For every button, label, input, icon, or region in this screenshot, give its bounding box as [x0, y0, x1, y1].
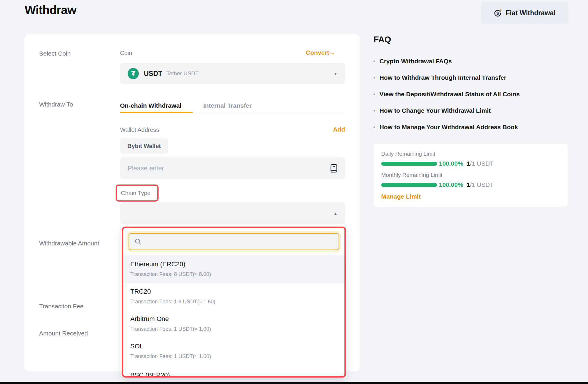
- faq-link-internal-transfer[interactable]: How to Withdraw Through Internal Transfe…: [374, 74, 520, 81]
- bullet-icon: [374, 127, 375, 128]
- usdt-coin-icon: ₮: [128, 68, 139, 79]
- select-coin-label: Select Coin: [39, 50, 71, 57]
- chain-dropdown-panel: Ethereum (ERC20) Transaction Fees: 8 USD…: [122, 227, 346, 378]
- chain-search-input[interactable]: [146, 238, 333, 245]
- search-icon: [134, 238, 141, 245]
- svg-text:+: +: [499, 9, 502, 12]
- wallet-address-input[interactable]: [128, 164, 330, 172]
- chain-option-bsc-bep20[interactable]: BSC (BEP20): [123, 365, 344, 378]
- monthly-limit-progress-bar: [381, 183, 437, 187]
- chain-option-trc20[interactable]: TRC20 Transaction Fees: 1.6 USDT(≈ 1.60): [123, 283, 344, 310]
- coin-symbol: USDT: [144, 70, 162, 78]
- coin-full-name: Tether USDT: [166, 70, 199, 77]
- chain-option-sol[interactable]: SOL Transaction Fees: 1 USDT(≈ 1.00): [123, 338, 344, 365]
- fiat-withdrawal-label: Fiat Withdrawal: [506, 9, 556, 17]
- chevron-down-icon: ▼: [334, 72, 337, 76]
- bybit-wallet-chip[interactable]: Bybit Wallet: [120, 138, 168, 154]
- faq-title: FAQ: [374, 35, 391, 44]
- faq-link-manage-address-book[interactable]: How to Manage Your Withdrawal Address Bo…: [374, 124, 520, 131]
- daily-limit-value: 1/1 USDT: [467, 160, 494, 167]
- daily-limit-label: Daily Remaining Limit: [381, 151, 435, 157]
- monthly-limit-value: 1/1 USDT: [467, 181, 494, 188]
- chain-option-arbitrum-one[interactable]: Arbitrum One Transaction Fees: 1 USDT(≈ …: [123, 310, 344, 338]
- tab-onchain-withdrawal[interactable]: On-chain Withdrawal: [120, 102, 181, 109]
- amount-received-label: Amount Received: [39, 330, 88, 337]
- bullet-icon: [374, 77, 375, 79]
- chain-options-list: Ethereum (ERC20) Transaction Fees: 8 USD…: [123, 255, 344, 378]
- fiat-coin-icon: $ +: [494, 9, 502, 17]
- tab-internal-transfer[interactable]: Internal Transfer: [203, 102, 252, 109]
- arrow-right-icon: →: [329, 49, 335, 56]
- page-title: Withdraw: [25, 4, 76, 17]
- bullet-icon: [374, 110, 375, 112]
- withdrawal-limits-card: Daily Remaining Limit 100.00% 1/1 USDT M…: [374, 144, 568, 207]
- faq-list: Crypto Withdrawal FAQs How to Withdraw T…: [374, 58, 520, 140]
- monthly-limit-percent: 100.00%: [439, 181, 463, 188]
- svg-text:$: $: [497, 11, 499, 16]
- wallet-address-label: Wallet Address: [120, 127, 159, 133]
- coin-select[interactable]: ₮ USDT Tether USDT ▼: [120, 63, 345, 84]
- manage-limit-link[interactable]: Manage Limit: [381, 193, 421, 200]
- fiat-withdrawal-button[interactable]: $ + Fiat Withdrawal: [481, 2, 568, 24]
- convert-link[interactable]: Convert→: [294, 49, 335, 56]
- coin-label: Coin: [120, 50, 132, 56]
- bullet-icon: [374, 61, 375, 62]
- wallet-address-field: [120, 157, 345, 179]
- faq-link-change-withdrawal-limit[interactable]: How to Change Your Withdrawal Limit: [374, 107, 520, 114]
- daily-limit-progress-bar: [381, 162, 437, 166]
- withdrawable-amount-label: Withdrawable Amount: [39, 240, 99, 247]
- faq-link-crypto-withdrawal-faqs[interactable]: Crypto Withdrawal FAQs: [374, 58, 520, 65]
- chain-option-ethereum-erc20[interactable]: Ethereum (ERC20) Transaction Fees: 8 USD…: [123, 255, 344, 283]
- withdraw-page: Withdraw $ + Fiat Withdrawal Select Coin…: [0, 0, 588, 384]
- window-bottom-edge: [0, 382, 588, 384]
- add-address-link[interactable]: Add: [324, 126, 345, 133]
- chain-type-highlight-box: Chain Type: [116, 184, 159, 202]
- active-tab-underline: [120, 112, 193, 113]
- bullet-icon: [374, 94, 375, 95]
- withdraw-to-label: Withdraw To: [39, 101, 73, 108]
- monthly-limit-label: Monthly Remaining Limit: [381, 172, 442, 178]
- chain-type-select[interactable]: ▲: [120, 202, 345, 224]
- chain-search-field: [129, 233, 339, 250]
- daily-limit-percent: 100.00%: [439, 160, 463, 167]
- chain-type-label: Chain Type: [121, 190, 151, 197]
- address-book-icon[interactable]: [330, 164, 337, 173]
- faq-link-deposit-withdrawal-status[interactable]: View the Deposit/Withdrawal Status of Al…: [374, 91, 520, 98]
- chevron-up-icon: ▲: [334, 211, 337, 216]
- transaction-fee-label: Transaction Fee: [39, 303, 84, 310]
